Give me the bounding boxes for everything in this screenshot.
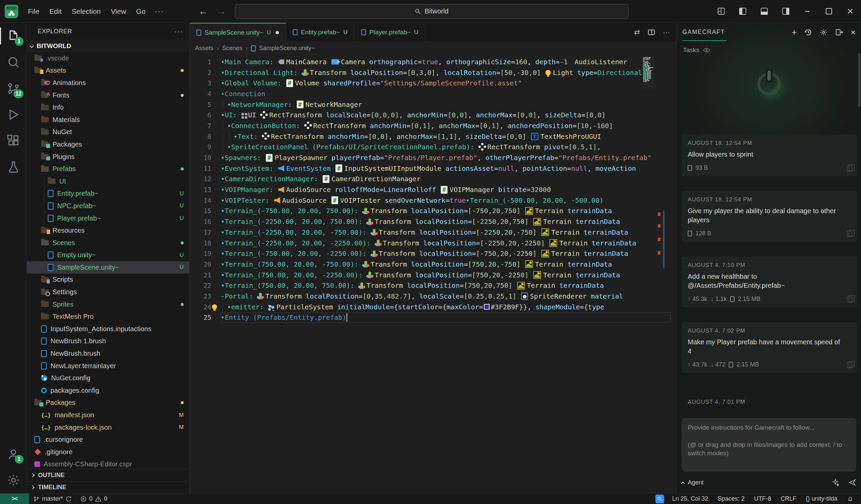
tree-item--gitignore[interactable]: .gitignore (27, 446, 189, 458)
breadcrumb-assets[interactable]: Assets (195, 45, 213, 52)
tree-item-ui[interactable]: UI (27, 175, 189, 187)
tree-item-packages[interactable]: Packages (27, 138, 189, 151)
activity-search-button[interactable] (0, 49, 27, 75)
tree-item-animations[interactable]: Animations (27, 77, 189, 89)
code-line-13[interactable]: 13•VOIPManager: AudioSource rolloffMode=… (190, 184, 676, 195)
code-line-19[interactable]: 19•Terrain_(-750.00, 20.00, -2250.00): T… (190, 248, 676, 259)
tree-item-prefabs[interactable]: Prefabs (27, 163, 189, 175)
breadcrumb[interactable]: Assets › Scenes › SampleScene.unity~ (190, 42, 676, 55)
code-line-16[interactable]: 16•Terrain_(-2250.00, 20.00, 750.00): Tr… (190, 216, 676, 227)
encoding[interactable]: UTF-8 (750, 495, 775, 502)
code-line-22[interactable]: 22•Terrain_(750.00, 20.00, 750.00): Tran… (190, 280, 676, 291)
tree-item-scripts[interactable]: Scripts (27, 274, 189, 286)
open-in-editor-icon[interactable] (835, 28, 843, 36)
compare-changes-icon[interactable]: ⇄ (634, 28, 640, 36)
tree-item-npc-prefab-[interactable]: NPC.prefab~U (27, 200, 189, 212)
problems-status[interactable]: 0 0 (76, 495, 111, 502)
task-card[interactable]: AUGUST 4, 7:02 PMMake my Player prefab h… (682, 322, 857, 373)
split-editor-icon[interactable] (648, 30, 655, 35)
eye-icon[interactable] (703, 46, 710, 54)
tree-item-packages[interactable]: Packages (27, 397, 189, 409)
panel-title-tab[interactable]: GAMECRAFT (682, 24, 726, 41)
sync-icon[interactable] (65, 495, 72, 502)
task-card[interactable]: AUGUST 18, 12:54 PMGive my player the ab… (682, 191, 857, 242)
code-line-20[interactable]: 20•Terrain_(750.00, 20.00, -750.00): Tra… (190, 259, 676, 270)
copy-icon[interactable] (847, 165, 852, 171)
tree-item-manifest-json[interactable]: {…}manifest.jsonM (27, 409, 189, 421)
code-line-24[interactable]: 24•emitter: ParticleSystem initialModule… (190, 302, 676, 312)
tree-item-assembly-csharp-editor-cspr[interactable]: Assembly-CSharp-Editor.cspr (27, 458, 189, 469)
tree-item-assets[interactable]: Assets (27, 65, 189, 77)
tree-item-plugins[interactable]: Plugins (27, 151, 189, 163)
forward-arrow-icon[interactable]: → (217, 6, 226, 17)
search-status-icon[interactable] (655, 494, 664, 503)
copy-icon[interactable] (847, 296, 852, 303)
tree-item-nuget-config[interactable]: NuGet.config (27, 372, 189, 384)
tree-item-entity-prefab-[interactable]: Entity.prefab~U (27, 187, 189, 200)
tree-item-newbrush-1-brush[interactable]: NewBrush 1.brush (27, 335, 189, 348)
code-editor[interactable]: 1•Main Camera: MainCamera Camera orthogr… (190, 55, 676, 493)
code-line-23[interactable]: 23-Portal: Transform localPosition=[0,35… (190, 291, 676, 302)
prompt-input[interactable]: Provide instructions for Gamecraft to fo… (682, 418, 856, 472)
indentation[interactable]: Spaces: 2 (714, 495, 749, 502)
editor-tab[interactable]: Player.prefab~U (355, 23, 425, 42)
tree-item-newlayer-terrainlayer[interactable]: NewLayer.terrainlayer (27, 360, 189, 372)
code-line-1[interactable]: 1•Main Camera: MainCamera Camera orthogr… (190, 56, 676, 67)
tree-item-player-prefab-[interactable]: Player.prefab~U (27, 212, 189, 225)
close-panel-icon[interactable]: × (850, 27, 856, 38)
panel-scrollbar[interactable] (858, 53, 860, 107)
toggle-secondary-sidebar-icon[interactable] (775, 2, 796, 20)
code-line-25[interactable]: 25•Entity (Prefabs/Entity.prefab) (190, 312, 676, 323)
tree-item-textmesh-pro[interactable]: TextMesh Pro (27, 310, 189, 323)
bell-icon[interactable] (843, 495, 858, 502)
minimap[interactable] (642, 56, 654, 89)
copy-icon[interactable] (847, 231, 852, 237)
code-line-11[interactable]: 11•EventSystem: EventSystem #InputSystem… (190, 163, 676, 174)
tree-item-packages-lock-json[interactable]: {…}packages-lock.jsonM (27, 421, 189, 434)
code-line-7[interactable]: 7•ConnectionButton: RectTransform anchor… (190, 121, 676, 131)
tree-item-empty-unity-[interactable]: Empty.unity~U (27, 249, 189, 262)
language-mode[interactable]: {} unity-tilda (802, 495, 842, 502)
breadcrumb-file[interactable]: SampleScene.unity~ (259, 45, 315, 52)
lightbulb-icon[interactable] (212, 304, 217, 309)
tree-item--cursorignore[interactable]: .cursorignore (27, 433, 189, 446)
menu-file[interactable]: File (23, 5, 44, 18)
menu-edit[interactable]: Edit (44, 5, 67, 18)
explorer-more-button[interactable]: ··· (174, 28, 183, 35)
code-line-5[interactable]: 5•NetworkManager: #NetworkManager (190, 99, 676, 110)
history-icon[interactable] (804, 28, 812, 36)
code-line-6[interactable]: 6•UI: UI RectTransform localScale=[0,0,0… (190, 110, 676, 121)
editor-tab[interactable]: SampleScene.unity~U (190, 23, 286, 42)
enhance-prompt-icon[interactable] (831, 478, 839, 487)
copy-icon[interactable] (847, 362, 852, 368)
tab-more-icon[interactable]: ··· (663, 28, 670, 36)
eol[interactable]: CRLF (777, 495, 801, 502)
activity-testing-button[interactable] (0, 154, 27, 180)
code-line-12[interactable]: 12•CameraDirectionManager: #CameraDirect… (190, 174, 676, 185)
minimize-button[interactable]: − (796, 2, 818, 20)
code-line-14[interactable]: 14•VOIPTester: AudioSource #VOIPTester s… (190, 195, 676, 206)
code-line-4[interactable]: 4•Connection (190, 88, 676, 99)
code-line-9[interactable]: 9•SpriteCreationPanel (Prefabs/UI/Sprite… (190, 142, 676, 153)
code-line-8[interactable]: 8•Text: RectTransform anchorMin=[0,0], a… (190, 131, 676, 142)
task-card[interactable]: AUGUST 18, 12:54 PMAllow players to spri… (682, 135, 857, 176)
editor-scrollbar[interactable] (663, 211, 665, 268)
tree-item-fonts[interactable]: Fonts (27, 89, 189, 101)
menu-view[interactable]: View (106, 5, 131, 18)
breadcrumb-scenes[interactable]: Scenes (222, 45, 242, 52)
agent-mode-selector[interactable]: Agent (688, 479, 703, 486)
new-task-icon[interactable]: + (792, 27, 797, 38)
layout-grid-icon[interactable] (710, 2, 732, 20)
code-line-21[interactable]: 21•Terrain_(750.00, 20.00, -2250.00): Tr… (190, 270, 676, 280)
toggle-sidebar-icon[interactable] (732, 2, 753, 20)
activity-account-button[interactable]: 1 (0, 441, 27, 467)
tree-item-inputsystem-actions-inputactions[interactable]: InputSystem_Actions.inputactions (27, 323, 189, 335)
activity-source-control-button[interactable]: 12 (0, 75, 27, 101)
timeline-section[interactable]: TIMELINE (27, 481, 189, 493)
activity-run-debug-button[interactable] (0, 101, 27, 128)
code-line-18[interactable]: 18•Terrain_(-2250.00, 20.00, -2250.00): … (190, 238, 676, 249)
code-line-10[interactable]: 10•Spawners: #PlayerSpawner playerPrefab… (190, 152, 676, 163)
menu-selection[interactable]: Selection (67, 5, 106, 18)
code-line-17[interactable]: 17•Terrain_(-2250.00, 20.00, -750.00): T… (190, 227, 676, 238)
tree-item-nuget[interactable]: NuGet (27, 126, 189, 139)
